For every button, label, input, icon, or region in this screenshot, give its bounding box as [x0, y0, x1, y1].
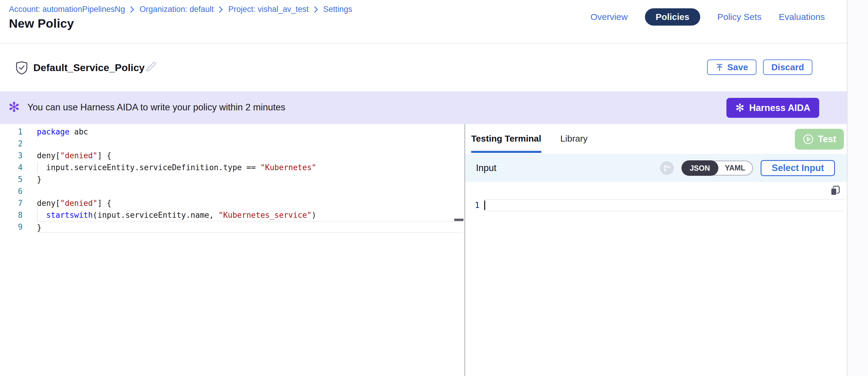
test-label: Test — [818, 134, 836, 145]
code-text: } — [37, 221, 463, 233]
breadcrumb-item[interactable]: Settings — [323, 5, 352, 14]
breadcrumb-item[interactable]: Account: automationPipelinesNg — [9, 5, 125, 14]
line-number: 8 — [0, 209, 23, 221]
breadcrumb-item[interactable]: Organization: default — [140, 5, 214, 14]
toolbar-buttons: Save Discard — [707, 60, 812, 75]
chevron-right-icon — [218, 6, 223, 13]
code-line[interactable]: 6 — [0, 185, 464, 197]
chevron-right-icon — [130, 6, 135, 13]
policy-code-editor[interactable]: 1package abc23deny["denied"] {4 input.se… — [0, 126, 464, 233]
save-button[interactable]: Save — [707, 60, 756, 75]
discard-button[interactable]: Discard — [763, 60, 812, 75]
code-line[interactable]: 2 — [0, 138, 464, 150]
test-button[interactable]: Test — [795, 129, 844, 150]
aida-banner: ✻ You can use Harness AIDA to write your… — [0, 91, 847, 124]
line-number: 6 — [0, 185, 23, 197]
page-title: New Policy — [9, 17, 74, 31]
upload-icon — [715, 63, 724, 72]
line-number: 3 — [0, 150, 23, 161]
aida-banner-message: You can use Harness AIDA to write your p… — [27, 102, 285, 113]
code-line[interactable]: 8 startswith(input.serviceEntity.name, "… — [0, 209, 464, 221]
copy-icon[interactable] — [829, 184, 841, 198]
code-text — [37, 138, 463, 150]
line-number: 4 — [0, 161, 23, 174]
code-text: deny["denied"] { — [37, 150, 463, 161]
aida-flower-icon: ✻ — [735, 103, 744, 113]
policy-name: Default_Service_Policy — [33, 62, 145, 73]
input-section-header: Input JSON YAML Select Input — [465, 154, 847, 182]
code-line[interactable]: 1package abc — [0, 126, 464, 138]
aida-flower-icon: ✻ — [8, 100, 20, 114]
harness-aida-button[interactable]: ✻ Harness AIDA — [726, 98, 819, 118]
shield-check-icon — [15, 61, 29, 76]
code-line[interactable]: 9} — [0, 221, 464, 233]
code-text: startswith(input.serviceEntity.name, "Ku… — [37, 209, 463, 221]
tab-overview[interactable]: Overview — [590, 8, 628, 26]
code-line[interactable]: 4 input.serviceEntity.serviceDefinition.… — [0, 161, 464, 174]
code-text — [37, 185, 463, 197]
input-editor-cursor — [484, 200, 485, 210]
code-text: deny["denied"] { — [37, 197, 463, 209]
input-editor-current-line[interactable] — [484, 199, 845, 211]
toggle-yaml[interactable]: YAML — [718, 161, 752, 176]
code-text: input.serviceEntity.serviceDefinition.ty… — [37, 161, 463, 174]
code-line[interactable]: 7deny["denied"] { — [0, 197, 464, 209]
line-number: 2 — [0, 138, 23, 150]
tab-library[interactable]: Library — [560, 133, 588, 153]
code-line[interactable]: 3deny["denied"] { — [0, 150, 464, 161]
discard-label: Discard — [771, 62, 804, 72]
input-label: Input — [476, 163, 496, 174]
edit-pencil-icon[interactable] — [145, 61, 158, 75]
policy-toolbar: Default_Service_Policy Save Discard — [0, 44, 847, 91]
toggle-json[interactable]: JSON — [681, 160, 718, 176]
line-number: 1 — [0, 126, 23, 138]
code-line[interactable]: 5} — [0, 174, 464, 185]
save-label: Save — [727, 62, 748, 72]
header-tabs: Overview Policies Policy Sets Evaluation… — [590, 8, 825, 26]
overview-ruler-cursor — [454, 219, 463, 221]
fork-icon — [660, 161, 674, 175]
tab-testing-terminal[interactable]: Testing Terminal — [471, 133, 541, 153]
chevron-right-icon — [313, 6, 318, 13]
tab-policies[interactable]: Policies — [645, 8, 700, 26]
input-editor-line-number: 1 — [470, 199, 479, 211]
line-number: 7 — [0, 197, 23, 209]
breadcrumb: Account: automationPipelinesNgOrganizati… — [9, 5, 352, 14]
code-text: package abc — [37, 126, 463, 138]
terminal-tabs: Testing Terminal Library — [465, 124, 847, 153]
breadcrumb-item[interactable]: Project: vishal_av_test — [228, 5, 308, 14]
play-icon — [803, 133, 814, 145]
code-text: } — [37, 174, 463, 185]
aida-button-label: Harness AIDA — [749, 103, 810, 113]
format-toggle: JSON YAML — [681, 161, 753, 176]
line-number: 5 — [0, 174, 23, 185]
tab-evaluations[interactable]: Evaluations — [779, 8, 825, 26]
page-header: Account: automationPipelinesNgOrganizati… — [0, 0, 847, 43]
tab-policy-sets[interactable]: Policy Sets — [717, 8, 762, 26]
page-right-margin — [847, 0, 868, 376]
line-number: 9 — [0, 221, 23, 233]
select-input-button[interactable]: Select Input — [761, 160, 835, 176]
